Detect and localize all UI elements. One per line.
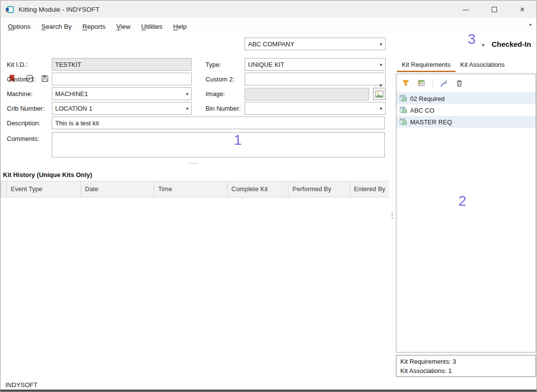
kit-id-label: Kit I.D.:	[7, 61, 28, 68]
kit-id-field[interactable]	[52, 58, 192, 71]
machine-select-value: MACHINE1	[55, 90, 88, 98]
chevron-down-icon: ▾	[378, 41, 382, 47]
machine-label: Machine:	[7, 90, 33, 98]
list-item[interactable]: ABC CO	[396, 104, 536, 116]
list-item[interactable]: 02 Required	[396, 93, 536, 104]
col-time[interactable]: Time	[154, 181, 227, 197]
chevron-down-icon: ▾	[378, 106, 382, 111]
filter-button[interactable]	[401, 78, 411, 88]
kit-requirements-count: Kit Requirements: 3	[400, 357, 532, 366]
close-button[interactable]: ✕	[508, 0, 537, 18]
app-icon	[5, 5, 14, 14]
machine-select[interactable]: MACHINE1 ▾	[52, 87, 192, 100]
company-select[interactable]: ABC COMPANY ▾	[245, 38, 386, 50]
toolbar-separator	[433, 79, 433, 88]
company-select-value: ABC COMPANY	[248, 40, 294, 48]
bin-number-select[interactable]: ▾	[245, 102, 386, 115]
crib-number-label: Crib Number:	[7, 105, 44, 112]
image-label: Image:	[206, 90, 225, 98]
checkin-status-label: Checked-In	[492, 40, 531, 48]
custom1-field[interactable]	[52, 73, 192, 85]
annotation-3: 3	[468, 32, 475, 46]
chevron-down-icon: ▾	[184, 106, 188, 111]
panel-summary: Kit Requirements: 3 Kit Associations: 1	[396, 355, 536, 377]
requirement-icon	[399, 106, 407, 115]
col-entered-by[interactable]: Entered By	[350, 181, 389, 197]
list-item[interactable]: MASTER REQ	[396, 116, 536, 128]
minimize-icon: —	[463, 6, 469, 13]
save-button[interactable]	[40, 74, 50, 83]
requirements-toolbar	[396, 74, 536, 93]
menu-options[interactable]: Options	[2, 20, 36, 33]
maximize-icon	[492, 7, 497, 12]
tab-kit-requirements[interactable]: Kit Requirements	[397, 58, 455, 72]
image-field[interactable]	[245, 88, 369, 100]
add-requirement-button[interactable]	[417, 78, 427, 88]
type-select-value: UNIQUE KIT	[248, 61, 284, 68]
menu-utilities[interactable]: Utilities	[136, 20, 168, 33]
app-window: Kitting Module - INDYSOFT — ✕ Options Se…	[0, 0, 537, 392]
crib-number-value: LOCATION 1	[55, 105, 92, 112]
menu-help[interactable]: Help	[168, 20, 192, 33]
tab-kit-associations[interactable]: Kit Associations	[455, 58, 510, 72]
kit-associations-count: Kit Associations: 1	[400, 366, 532, 375]
grid-add-icon	[417, 79, 426, 88]
list-item-label: MASTER REQ	[410, 118, 452, 126]
menubar: Options Search By Reports View Utilities…	[0, 18, 537, 35]
col-complete-kit[interactable]: Complete Kit	[227, 181, 289, 197]
menu-reports[interactable]: Reports	[77, 20, 111, 33]
vertical-splitter-handle[interactable]: ⋮	[389, 212, 396, 219]
list-item-label: ABC CO	[410, 107, 434, 114]
custom2-label: Custom 2:	[206, 76, 234, 83]
kit-history-title: Kit History (Unique Kits Only)	[3, 171, 92, 178]
custom1-label: Custom 1:	[7, 76, 36, 83]
bin-number-label: Bin Number:	[206, 105, 241, 112]
picture-icon	[375, 91, 383, 98]
checkin-dropdown-chevron-icon[interactable]: ▾	[482, 42, 485, 48]
save-icon	[41, 74, 49, 83]
annotation-2: 2	[458, 194, 466, 208]
menu-search-by[interactable]: Search By	[36, 20, 77, 33]
titlebar: Kitting Module - INDYSOFT — ✕	[0, 0, 537, 18]
description-field[interactable]	[52, 117, 385, 129]
chevron-down-icon: ▾	[378, 62, 382, 67]
image-options-arrow-icon[interactable]: ▼	[379, 83, 383, 88]
horizontal-splitter-handle[interactable]: ···	[189, 159, 199, 166]
custom2-field[interactable]	[245, 73, 386, 85]
maximize-button[interactable]	[480, 0, 508, 18]
wand-icon	[439, 79, 448, 88]
kit-history-grid: Event Type Date Time Complete Kit Perfor…	[0, 181, 389, 197]
window-title: Kitting Module - INDYSOFT	[19, 6, 100, 13]
crib-number-select[interactable]: LOCATION 1 ▾	[52, 102, 192, 115]
menu-view[interactable]: View	[111, 20, 136, 33]
type-select[interactable]: UNIQUE KIT ▾	[245, 58, 386, 71]
type-label: Type:	[206, 61, 221, 68]
image-picker-button[interactable]	[373, 88, 386, 100]
filter-funnel-icon	[402, 79, 411, 88]
trash-icon	[455, 79, 464, 88]
col-performed-by[interactable]: Performed By	[289, 181, 350, 197]
delete-requirement-button[interactable]	[454, 78, 464, 88]
col-event-type[interactable]: Event Type	[7, 181, 81, 197]
close-icon: ✕	[520, 6, 525, 13]
chevron-down-icon: ▾	[184, 91, 188, 97]
requirement-icon	[399, 94, 407, 103]
edit-requirement-button[interactable]	[439, 78, 449, 88]
comments-label: Comments:	[7, 135, 39, 142]
menu-overflow-chevron-icon[interactable]: ▾	[529, 22, 532, 27]
comments-field[interactable]	[52, 132, 385, 157]
requirement-icon	[399, 118, 407, 127]
right-panel-tabs: Kit Requirements Kit Associations	[397, 58, 510, 72]
minimize-button[interactable]: —	[452, 0, 480, 18]
window-bottom-edge	[0, 390, 537, 392]
col-date[interactable]: Date	[81, 181, 154, 197]
row-indicator-column	[0, 181, 7, 197]
statusbar-text: INDYSOFT	[5, 381, 38, 389]
requirements-list: 02 Required ABC CO MASTER REQ	[396, 93, 536, 128]
annotation-1: 1	[234, 133, 242, 147]
list-item-label: 02 Required	[410, 95, 445, 102]
kit-requirements-panel: 02 Required ABC CO MASTER REQ	[396, 74, 536, 353]
description-label: Description:	[7, 119, 41, 127]
